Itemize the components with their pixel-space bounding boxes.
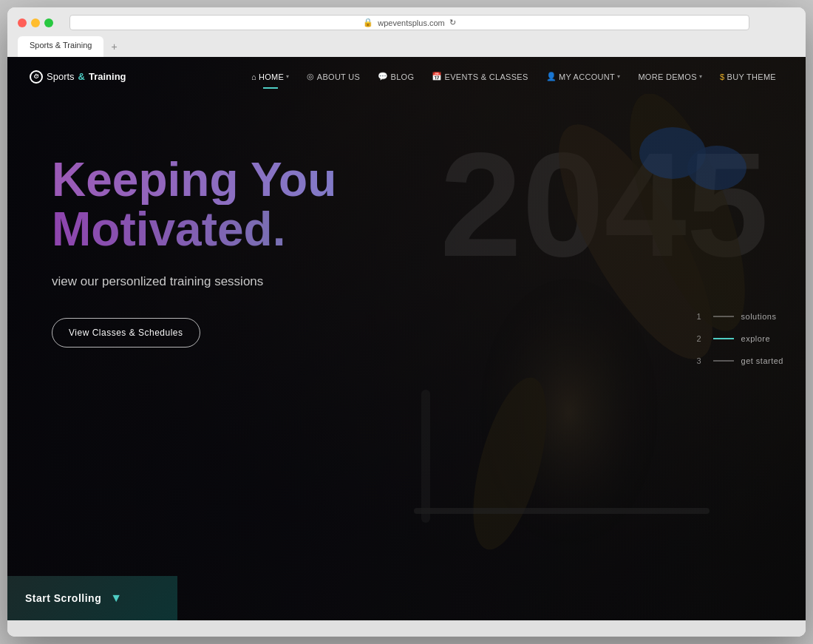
side-label-solutions: solutions [741, 312, 777, 321]
logo-icon: ⏱ [30, 70, 43, 84]
demos-chevron-icon: ▾ [699, 73, 702, 80]
side-label-get-started: get started [741, 356, 783, 365]
refresh-icon[interactable]: ↻ [449, 18, 456, 27]
hero-title: Keeping You Motivated. [52, 155, 761, 254]
side-nav-item-solutions[interactable]: 1 solutions [697, 312, 783, 321]
side-num-3: 3 [697, 356, 706, 365]
browser-bottom-bar [7, 620, 806, 637]
blog-icon: 💬 [378, 72, 388, 81]
nav-blog-label: BLOG [391, 72, 415, 81]
chevron-down-icon: ▾ [286, 73, 289, 80]
browser-tabs: Sports & Training + [18, 36, 795, 57]
timer-icon: ⏱ [33, 73, 39, 80]
side-label-explore: explore [741, 334, 771, 343]
hero-content: Keeping You Motivated. view our personli… [7, 96, 806, 377]
side-num-2: 2 [697, 334, 706, 343]
nav-events-label: EVENTS & CLASSES [445, 72, 528, 81]
nav-item-account[interactable]: 👤 MY ACCOUNT ▾ [539, 67, 628, 86]
website-content: 2045 ⏱ Sports & Training ⌂ HOME ▾ ◎ AB [7, 57, 806, 620]
browser-chrome: 🔒 wpeventsplus.com ↻ Sports & Training + [7, 7, 806, 57]
nav-item-home[interactable]: ⌂ HOME ▾ [244, 68, 296, 86]
nav-links: ⌂ HOME ▾ ◎ ABOUT US 💬 BLOG 📅 EVENTS & CL… [244, 67, 783, 86]
side-nav-item-get-started[interactable]: 3 get started [697, 356, 783, 365]
nav-item-events[interactable]: 📅 EVENTS & CLASSES [424, 67, 535, 86]
nav-item-about[interactable]: ◎ ABOUT US [299, 67, 367, 86]
tab-label: Sports & Training [30, 41, 92, 50]
new-tab-button[interactable]: + [103, 36, 124, 57]
nav-account-label: MY ACCOUNT [559, 72, 615, 81]
logo-ampersand: & [78, 71, 85, 82]
start-scrolling-label: Start Scrolling [25, 592, 101, 604]
home-icon: ⌂ [251, 72, 256, 81]
hero-subtitle: view our personlized training sessions [52, 272, 303, 291]
logo-sports: Sports [47, 71, 75, 82]
hero-title-line2: Motivated. [52, 205, 761, 254]
side-num-1: 1 [697, 312, 706, 321]
active-tab[interactable]: Sports & Training [18, 36, 103, 57]
start-scrolling-bar[interactable]: Start Scrolling ▼ [7, 576, 177, 620]
events-icon: 📅 [432, 72, 442, 81]
nav-home-label: HOME [259, 72, 284, 81]
hero-title-line1: Keeping You [52, 155, 761, 205]
svg-rect-6 [414, 508, 710, 514]
scroll-down-icon: ▼ [110, 592, 122, 605]
address-bar[interactable]: 🔒 wpeventsplus.com ↻ [69, 15, 749, 30]
navbar: ⏱ Sports & Training ⌂ HOME ▾ ◎ ABOUT US … [7, 57, 806, 96]
account-icon: 👤 [546, 72, 557, 81]
logo-training: Training [89, 71, 126, 82]
browser-controls: 🔒 wpeventsplus.com ↻ [18, 15, 795, 30]
url-text: wpeventsplus.com [378, 18, 445, 27]
side-line-2 [713, 338, 734, 339]
minimize-button[interactable] [31, 18, 40, 27]
site-logo[interactable]: ⏱ Sports & Training [30, 70, 126, 84]
lock-icon: 🔒 [363, 18, 373, 27]
view-classes-button[interactable]: View Classes & Schedules [52, 318, 200, 348]
dollar-icon: $ [720, 72, 724, 81]
side-line-3 [713, 360, 734, 362]
side-nav-item-explore[interactable]: 2 explore [697, 334, 783, 343]
about-icon: ◎ [307, 72, 314, 81]
nav-item-buy[interactable]: $ BUY THEME [712, 68, 783, 86]
side-line-1 [713, 316, 734, 317]
browser-window: 🔒 wpeventsplus.com ↻ Sports & Training + [7, 7, 806, 637]
close-button[interactable] [18, 18, 27, 27]
svg-rect-7 [421, 390, 430, 523]
nav-buy-label: BUY THEME [727, 72, 776, 81]
nav-item-demos[interactable]: MORE DEMOS ▾ [630, 68, 710, 86]
nav-item-blog[interactable]: 💬 BLOG [370, 67, 421, 86]
nav-about-label: ABOUT US [317, 72, 360, 81]
account-chevron-icon: ▾ [617, 73, 620, 80]
side-navigation: 1 solutions 2 explore 3 get started [697, 312, 783, 365]
maximize-button[interactable] [44, 18, 53, 27]
nav-demos-label: MORE DEMOS [638, 72, 696, 81]
